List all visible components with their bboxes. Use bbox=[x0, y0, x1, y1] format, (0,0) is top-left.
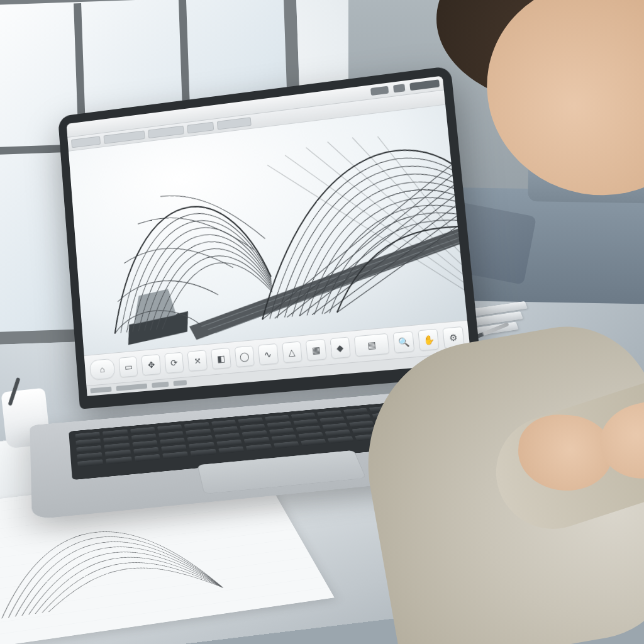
title-control[interactable] bbox=[370, 86, 389, 96]
tool-button[interactable]: 🔍 bbox=[393, 331, 414, 353]
scale-icon: ⤧ bbox=[194, 355, 202, 366]
ribbon-group[interactable] bbox=[71, 136, 101, 148]
ribbon-group[interactable] bbox=[104, 130, 145, 144]
tool-button[interactable]: ⌂ bbox=[89, 358, 116, 380]
home-icon: ⌂ bbox=[99, 364, 105, 374]
zoom-icon: 🔍 bbox=[398, 336, 410, 348]
settings-icon: ⚙ bbox=[449, 332, 458, 343]
laptop-display: ⌂ ▭ ✥ ⟳ ⤧ ◧ ◯ ∿ △ ▦ ◆ ▤ 🔍 ✋ ⚙ bbox=[58, 66, 482, 409]
laptop: ⌂ ▭ ✥ ⟳ ⤧ ◧ ◯ ∿ △ ▦ ◆ ▤ 🔍 ✋ ⚙ bbox=[58, 89, 465, 392]
tool-button[interactable]: ⤧ bbox=[187, 350, 208, 372]
material-icon: ◆ bbox=[336, 342, 345, 353]
status-chip bbox=[116, 384, 148, 391]
curve-icon: ∿ bbox=[264, 349, 272, 360]
render-icon: ▤ bbox=[367, 340, 377, 351]
tool-button[interactable]: ⚙ bbox=[443, 326, 465, 349]
tool-button[interactable]: ✥ bbox=[142, 354, 161, 375]
rotate-icon: ⟳ bbox=[170, 357, 179, 368]
tool-button[interactable]: ▦ bbox=[306, 339, 326, 361]
tool-button[interactable]: △ bbox=[282, 341, 303, 363]
ribbon-group[interactable] bbox=[187, 122, 214, 134]
status-chip bbox=[152, 382, 169, 388]
tool-button[interactable]: ⟳ bbox=[164, 352, 184, 374]
tool-button[interactable]: ◆ bbox=[330, 336, 351, 358]
tool-button[interactable]: ✋ bbox=[418, 329, 440, 352]
wall-frame bbox=[530, 30, 606, 132]
tool-button[interactable]: ▭ bbox=[118, 356, 138, 377]
cad-application: ⌂ ▭ ✥ ⟳ ⤧ ◧ ◯ ∿ △ ▦ ◆ ▤ 🔍 ✋ ⚙ bbox=[67, 76, 472, 396]
mesh-icon: ▦ bbox=[311, 345, 320, 355]
move-icon: ✥ bbox=[147, 360, 155, 370]
status-chip bbox=[441, 355, 467, 363]
select-icon: ▭ bbox=[124, 362, 132, 372]
tool-button[interactable]: ◧ bbox=[211, 348, 231, 370]
title-control[interactable] bbox=[409, 79, 440, 91]
box-icon: ◧ bbox=[216, 353, 225, 364]
tool-button[interactable]: ∿ bbox=[258, 343, 279, 365]
tool-button[interactable]: ◯ bbox=[234, 345, 255, 367]
ribbon-group[interactable] bbox=[148, 126, 184, 139]
pan-icon: ✋ bbox=[423, 334, 435, 345]
ribbon-group[interactable] bbox=[217, 117, 252, 130]
tool-button[interactable]: ▤ bbox=[354, 333, 390, 357]
status-chip bbox=[173, 380, 187, 386]
sphere-icon: ◯ bbox=[239, 351, 250, 362]
title-control[interactable] bbox=[393, 84, 405, 92]
loft-icon: △ bbox=[288, 347, 296, 357]
status-chip bbox=[90, 387, 111, 394]
